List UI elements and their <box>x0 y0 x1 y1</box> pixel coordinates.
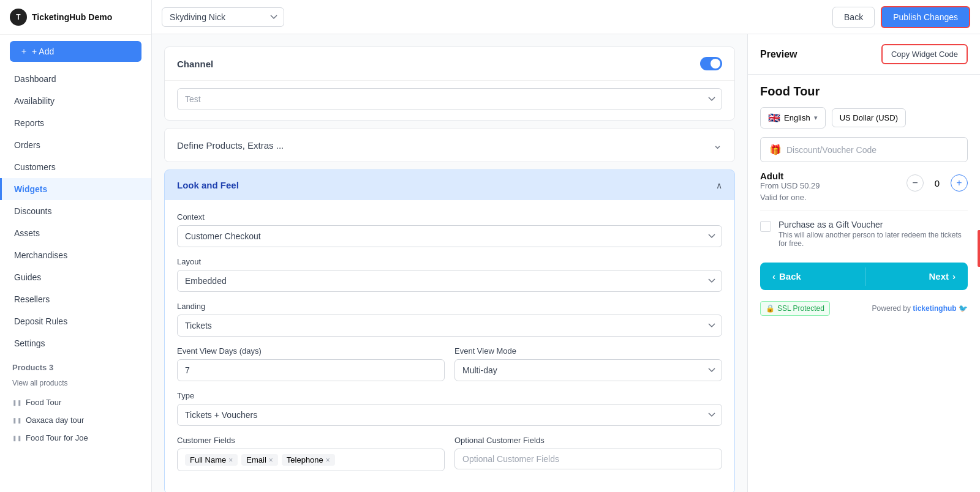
qty-increase-button[interactable]: + <box>951 174 968 192</box>
customer-fields-tags[interactable]: Full Name × Email × Telephone × <box>177 449 445 471</box>
define-products-header[interactable]: Define Products, Extras ... <box>164 128 735 162</box>
tag-remove-full-name[interactable]: × <box>228 456 233 464</box>
tag-remove-email[interactable]: × <box>269 456 273 464</box>
event-view-mode-select[interactable]: Multi-day <box>454 359 722 381</box>
channel-body: Test <box>165 80 734 120</box>
add-button[interactable]: ＋ + Add <box>10 41 141 62</box>
type-label: Type <box>177 391 722 400</box>
landing-select[interactable]: Tickets <box>177 315 722 337</box>
event-view-mode-group: Event View Mode Multi-day <box>454 346 722 381</box>
preview-panel: Preview Copy Widget Code Food Tour 🇬🇧 En… <box>747 34 980 492</box>
preview-back-button[interactable]: ‹ Back <box>760 263 813 290</box>
sidebar-item-deposit-rules[interactable]: Deposit Rules <box>0 310 151 332</box>
ticket-valid: Valid for one. <box>760 193 820 202</box>
event-view-mode-label: Event View Mode <box>454 346 722 356</box>
sidebar-item-availability[interactable]: Availability <box>0 90 151 112</box>
context-select[interactable]: Customer Checkout <box>177 225 722 247</box>
currency-display: US Dollar (USD) <box>832 108 906 127</box>
tag-remove-telephone[interactable]: × <box>326 456 330 464</box>
channel-toggle[interactable] <box>700 57 722 70</box>
optional-fields-input[interactable]: Optional Customer Fields <box>454 449 722 469</box>
ticket-info: Adult From USD 50.29 Valid for one. <box>760 171 820 202</box>
red-bar <box>978 230 980 267</box>
sidebar-item-guides[interactable]: Guides <box>0 266 151 288</box>
form-panel: Channel Test Define Products, Extras ...… <box>152 34 747 492</box>
back-button[interactable]: Back <box>832 7 875 28</box>
event-view-days-group: Event View Days (days) <box>177 346 445 381</box>
type-group: Type Tickets + Vouchers <box>177 391 722 426</box>
channel-select[interactable]: Test <box>177 88 722 110</box>
customer-fields-row: Customer Fields Full Name × Email × <box>177 436 722 481</box>
preview-body: Food Tour 🇬🇧 English ▾ US Dollar (USD) 🎁… <box>748 75 980 492</box>
chevron-right-icon: › <box>952 271 956 281</box>
gift-voucher-checkbox[interactable] <box>760 221 771 232</box>
sidebar-item-orders[interactable]: Orders <box>0 134 151 156</box>
ssl-badge: 🔒 SSL Protected <box>760 301 830 316</box>
copy-widget-button[interactable]: Copy Widget Code <box>881 44 968 64</box>
ticket-row: Adult From USD 50.29 Valid for one. − 0 … <box>760 171 968 202</box>
product-item-oaxaca[interactable]: Oaxaca day tour <box>0 411 151 429</box>
preview-title: Preview <box>760 49 797 60</box>
customer-fields-label: Customer Fields <box>177 436 445 445</box>
sidebar-header: T TicketingHub Demo <box>0 0 151 35</box>
sidebar: T TicketingHub Demo ＋ + Add Dashboard Av… <box>0 0 152 492</box>
topbar-left: Skydiving Nick <box>162 7 284 27</box>
tag-telephone: Telephone × <box>282 454 335 466</box>
lock-icon: 🔒 <box>766 304 775 313</box>
sidebar-item-assets[interactable]: Assets <box>0 222 151 244</box>
layout-label: Layout <box>177 257 722 266</box>
publish-button[interactable]: Publish Changes <box>881 6 970 28</box>
preview-footer: 🔒 SSL Protected Powered by ticketinghub … <box>760 296 968 321</box>
preview-product-title: Food Tour <box>760 84 968 99</box>
view-all-products-link[interactable]: View all products <box>0 376 151 393</box>
ticket-price: From USD 50.29 <box>760 181 820 190</box>
operator-select[interactable]: Skydiving Nick <box>162 7 284 27</box>
chevron-left-icon: ‹ <box>772 271 775 281</box>
sidebar-item-discounts[interactable]: Discounts <box>0 200 151 222</box>
qty-decrease-button[interactable]: − <box>907 174 924 192</box>
layout-select[interactable]: Embedded <box>177 270 722 292</box>
type-select[interactable]: Tickets + Vouchers <box>177 404 722 426</box>
gift-icon: 🎁 <box>769 144 782 155</box>
sidebar-item-widgets[interactable]: Widgets <box>0 178 151 200</box>
tag-email: Email × <box>241 454 278 466</box>
optional-fields-group: Optional Customer Fields Optional Custom… <box>454 436 722 471</box>
look-feel-body: Context Customer Checkout Layout Embedde… <box>165 200 734 492</box>
qty-row: − 0 + <box>907 174 968 192</box>
optional-fields-label: Optional Customer Fields <box>454 436 722 445</box>
sidebar-item-reports[interactable]: Reports <box>0 112 151 134</box>
language-select[interactable]: 🇬🇧 English ▾ <box>760 107 826 129</box>
currency-label: US Dollar (USD) <box>840 113 898 122</box>
sidebar-item-merchandises[interactable]: Merchandises <box>0 244 151 266</box>
landing-label: Landing <box>177 302 722 311</box>
gift-voucher-text-block: Purchase as a Gift Voucher This will all… <box>778 220 968 248</box>
preview-header: Preview Copy Widget Code <box>748 34 980 75</box>
chevron-down-icon <box>713 138 722 152</box>
product-item-food-tour[interactable]: Food Tour <box>0 393 151 411</box>
preview-next-button[interactable]: Next › <box>916 263 968 290</box>
look-feel-header[interactable]: Look and Feel <box>165 170 734 200</box>
channel-title: Channel <box>177 59 213 69</box>
language-label: English <box>784 113 810 122</box>
ticket-name: Adult <box>760 171 820 181</box>
chevron-down-icon: ▾ <box>814 114 818 122</box>
preview-nav: ‹ Back Next › <box>760 263 968 290</box>
product-item-food-tour-joe[interactable]: Food Tour for Joe <box>0 429 151 447</box>
event-view-days-label: Event View Days (days) <box>177 346 445 356</box>
look-feel-card: Look and Feel Context Customer Checkout … <box>164 170 735 492</box>
channel-card: Channel Test <box>164 47 735 121</box>
discount-field[interactable]: 🎁 Discount/Voucher Code <box>760 137 968 162</box>
sidebar-item-resellers[interactable]: Resellers <box>0 288 151 310</box>
topbar: Skydiving Nick Back Publish Changes <box>152 0 980 34</box>
sidebar-item-settings[interactable]: Settings <box>0 332 151 354</box>
gift-voucher-row: Purchase as a Gift Voucher This will all… <box>760 211 968 256</box>
layout-group: Layout Embedded <box>177 257 722 292</box>
sidebar-item-customers[interactable]: Customers <box>0 156 151 178</box>
event-view-days-input[interactable] <box>177 359 445 381</box>
channel-header[interactable]: Channel <box>165 47 734 80</box>
look-feel-title: Look and Feel <box>177 180 239 190</box>
topbar-right: Back Publish Changes <box>832 6 970 28</box>
tag-full-name: Full Name × <box>185 454 238 466</box>
plus-icon: ＋ <box>20 46 28 57</box>
sidebar-item-dashboard[interactable]: Dashboard <box>0 68 151 90</box>
